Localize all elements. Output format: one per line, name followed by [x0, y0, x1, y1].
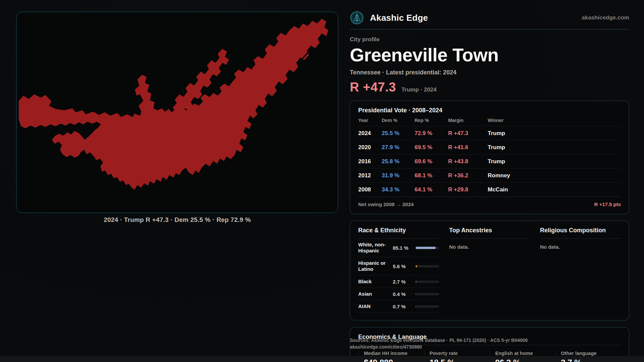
table-cell: 2024 — [358, 130, 382, 137]
religious-composition-column: Religious Composition No data. — [540, 227, 621, 313]
race-row: Hispanic or Latino5.6 % — [358, 257, 439, 276]
table-row: 200834.3 %64.1 %R +29.8McCain — [358, 183, 621, 197]
sources-note: Sources: Akashic Edge elections database… — [350, 337, 558, 344]
race-bar — [416, 281, 439, 283]
permalink[interactable]: akashicedge.com/cities/4730980 — [350, 344, 558, 350]
page: 2024 · Trump R +47.3 · Dem 25.5 % · Rep … — [0, 0, 644, 362]
column-header: Dem % — [382, 118, 415, 123]
race-bar — [416, 293, 439, 295]
stat-label: Median HH income — [364, 351, 424, 356]
race-bar — [416, 305, 439, 308]
page-kicker: City profile — [350, 36, 629, 43]
race-value: 2.7 % — [393, 279, 414, 285]
religious-composition-title: Religious Composition — [540, 227, 621, 234]
table-row: 202027.9 %69.5 %R +41.6Trump — [358, 140, 621, 155]
race-row: AIAN0.7 % — [358, 300, 439, 313]
column-header: Rep % — [415, 118, 448, 123]
column-header: Year — [358, 118, 382, 123]
column-header: Winner — [488, 118, 621, 123]
table-cell: 27.9 % — [382, 144, 415, 151]
table-cell: R +41.6 — [448, 144, 488, 151]
brand-domain-link[interactable]: akashicedge.com — [582, 14, 629, 21]
net-swing-value: R +17.5 pts — [594, 201, 621, 207]
page-title: Greeneville Town — [350, 44, 629, 66]
race-row: Asian0.4 % — [358, 288, 439, 300]
top-ancestries-title: Top Ancestries — [449, 227, 530, 234]
table-cell: R +43.8 — [448, 158, 488, 165]
race-bar-fill — [416, 265, 417, 267]
race-bar-fill — [416, 281, 416, 283]
demographics-card: Race & Ethnicity White, non-Hispanic85.1… — [350, 221, 629, 320]
race-value: 5.6 % — [393, 263, 414, 269]
table-cell: 64.1 % — [415, 186, 448, 193]
table-cell: R +29.8 — [448, 186, 488, 193]
race-value: 0.7 % — [393, 304, 414, 309]
net-swing-label: Net swing 2008 → 2024 — [358, 201, 414, 207]
table-cell: 69.5 % — [415, 144, 448, 151]
table-row: 201231.9 %68.1 %R +36.2Romney — [358, 169, 621, 183]
stat-label: English at home — [495, 351, 555, 356]
ancestries-empty-state: No data. — [449, 244, 530, 250]
margin-value: R +47.3 — [350, 80, 396, 95]
race-label: White, non-Hispanic — [358, 242, 391, 254]
table-cell: 2012 — [358, 172, 382, 179]
race-bar — [416, 265, 439, 267]
race-row: Black2.7 % — [358, 276, 439, 288]
headline-margin: R +47.3 Trump · 2024 — [350, 80, 629, 95]
table-cell: 25.8 % — [382, 158, 415, 165]
city-boundary-map — [17, 12, 338, 213]
brand-name: Akashic Edge — [370, 13, 428, 23]
header-divider — [350, 29, 629, 29]
table-cell: 2016 — [358, 158, 382, 165]
table-cell: 2008 — [358, 186, 382, 193]
religion-empty-state: No data. — [540, 244, 621, 250]
race-value: 0.4 % — [393, 291, 414, 297]
stat-value: $49,889 — [364, 358, 424, 362]
section-underline — [540, 238, 621, 239]
table-cell: McCain — [488, 186, 621, 193]
page-footer: Sources: Akashic Edge elections database… — [350, 337, 558, 350]
table-cell: 25.5 % — [382, 130, 415, 137]
stat-value: 96.3 % — [495, 358, 555, 362]
profile-column: Akashic Edge akashicedge.com City profil… — [350, 0, 629, 362]
table-cell: 31.9 % — [382, 172, 415, 179]
table-cell: R +47.3 — [448, 130, 488, 137]
table-cell: Trump — [488, 158, 621, 165]
city-boundary-shape — [19, 19, 328, 190]
table-cell: 68.1 % — [415, 172, 448, 179]
table-cell: Trump — [488, 144, 621, 151]
table-header-row: YearDem %Rep %MarginWinner — [358, 114, 621, 126]
table-cell: Romney — [488, 172, 621, 179]
race-label: Hispanic or Latino — [358, 260, 391, 272]
city-map-panel — [16, 12, 338, 213]
race-label: AIAN — [358, 303, 391, 309]
table-cell: R +36.2 — [448, 172, 488, 179]
race-row: White, non-Hispanic85.1 % — [358, 239, 439, 257]
race-ethnicity-column: Race & Ethnicity White, non-Hispanic85.1… — [358, 227, 439, 313]
presidential-card-title: Presidential Vote · 2008–2024 — [358, 107, 621, 114]
column-header: Margin — [448, 118, 488, 123]
table-cell: 72.9 % — [415, 130, 448, 137]
stat-value: 18.5 % — [430, 358, 490, 362]
stat-label: Poverty rate — [430, 351, 490, 356]
stat-label: Other language — [561, 351, 621, 356]
net-swing-row: Net swing 2008 → 2024 R +17.5 pts — [358, 197, 621, 209]
table-body: 202425.5 %72.9 %R +47.3Trump202027.9 %69… — [358, 126, 621, 197]
table-row: 201625.8 %69.6 %R +43.8Trump — [358, 155, 621, 169]
section-underline — [449, 238, 530, 239]
race-ethnicity-title: Race & Ethnicity — [358, 227, 439, 234]
stat-value: 3.7 % — [561, 358, 621, 362]
race-list: White, non-Hispanic85.1 %Hispanic or Lat… — [358, 239, 439, 313]
map-caption: 2024 · Trump R +47.3 · Dem 25.5 % · Rep … — [16, 216, 338, 224]
race-bar — [416, 247, 439, 249]
top-ancestries-column: Top Ancestries No data. — [449, 227, 530, 313]
table-cell: 34.3 % — [382, 186, 415, 193]
race-bar-fill — [416, 247, 436, 249]
table-cell: 69.6 % — [415, 158, 448, 165]
race-value: 85.1 % — [393, 245, 414, 251]
table-cell: Trump — [488, 130, 621, 137]
race-label: Black — [358, 279, 391, 285]
race-label: Asian — [358, 291, 391, 297]
presidential-vote-card: Presidential Vote · 2008–2024 YearDem %R… — [350, 101, 629, 214]
margin-caption: Trump · 2024 — [401, 86, 437, 93]
